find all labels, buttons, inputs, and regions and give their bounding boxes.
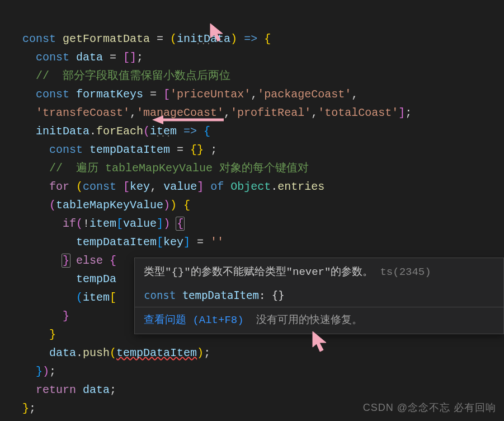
annotation-cursor-icon: [208, 22, 227, 45]
code-editor[interactable]: const getFormatData = (initData) => { co…: [0, 0, 504, 418]
function-name: getFormatData: [63, 32, 150, 45]
watermark-text: CSDN @念念不忘 必有回响: [363, 400, 496, 417]
keyword-const: const: [22, 32, 56, 45]
annotation-arrow-icon: [151, 113, 229, 132]
hover-tooltip: 类型"{}"的参数不能赋给类型"never"的参数。ts(2345) const…: [134, 258, 504, 334]
ts-error-code: ts(2345): [380, 266, 431, 278]
brace-highlight: {: [176, 217, 185, 231]
error-message: 类型"{}"的参数不能赋给类型"never"的参数。: [144, 266, 373, 278]
annotation-cursor-icon: [310, 330, 329, 355]
svg-marker-1: [152, 115, 163, 124]
error-squiggle: tempDataItem: [116, 347, 197, 359]
view-problem-link[interactable]: 查看问题 (Alt+F8): [144, 312, 244, 329]
no-quickfix-text: 没有可用的快速修复。: [256, 312, 362, 329]
comment: // 部分字段取值需保留小数点后两位: [36, 69, 230, 82]
